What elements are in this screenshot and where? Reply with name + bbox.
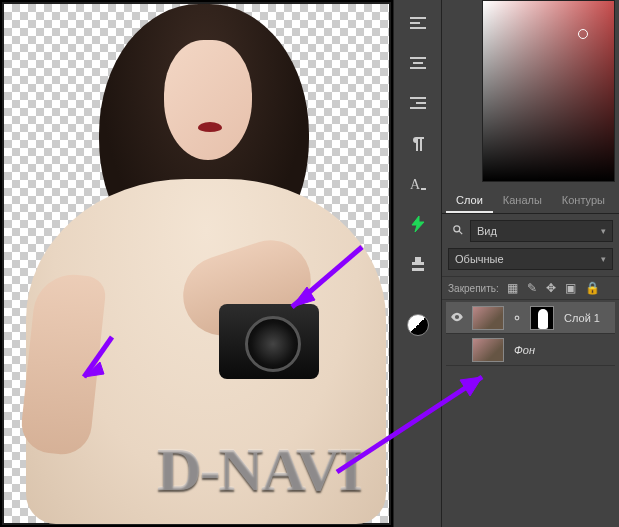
canvas-area[interactable]: D-NAVI <box>0 0 393 527</box>
layer-filter-label: Вид <box>477 225 497 237</box>
paragraph-icon[interactable] <box>401 128 435 160</box>
color-marker[interactable] <box>578 29 588 39</box>
tab-channels[interactable]: Каналы <box>493 188 552 213</box>
stamp-icon[interactable] <box>401 248 435 280</box>
lock-artboard-icon[interactable]: ▣ <box>565 281 576 295</box>
layer-filter-select[interactable]: Вид ▾ <box>470 220 613 242</box>
layer-mask-thumbnail[interactable] <box>530 306 554 330</box>
lock-all-icon[interactable]: 🔒 <box>585 281 600 295</box>
layer-row[interactable]: Слой 1 <box>446 302 615 334</box>
annotation-arrow <box>72 332 122 392</box>
align-left-icon[interactable] <box>401 8 435 40</box>
lock-label: Закрепить: <box>448 283 499 294</box>
svg-text:A: A <box>410 177 421 192</box>
panel-tabs: Слои Каналы Контуры <box>442 188 619 214</box>
align-right-icon[interactable] <box>401 88 435 120</box>
layer-row[interactable]: Фон <box>446 334 615 366</box>
search-icon[interactable] <box>448 224 468 238</box>
annotation-arrow <box>332 372 492 482</box>
svg-point-18 <box>454 226 460 232</box>
flash-icon[interactable] <box>401 208 435 240</box>
chevron-down-icon: ▾ <box>601 254 606 264</box>
lock-transparency-icon[interactable]: ▦ <box>507 281 518 295</box>
svg-line-19 <box>459 231 462 234</box>
lock-move-icon[interactable]: ✥ <box>546 281 556 295</box>
visibility-eye-icon[interactable] <box>448 310 466 326</box>
tab-paths[interactable]: Контуры <box>552 188 615 213</box>
blend-mode-label: Обычные <box>455 253 504 265</box>
lock-brush-icon[interactable]: ✎ <box>527 281 537 295</box>
lock-row: Закрепить: ▦ ✎ ✥ ▣ 🔒 <box>442 276 619 300</box>
bw-circle-icon[interactable] <box>407 314 429 336</box>
character-icon[interactable]: A <box>401 168 435 200</box>
mask-link-icon[interactable] <box>510 311 524 325</box>
layer-name-label[interactable]: Фон <box>510 344 535 356</box>
color-picker[interactable] <box>482 0 615 182</box>
blend-mode-select[interactable]: Обычные ▾ <box>448 248 613 270</box>
layer-thumbnail[interactable] <box>472 306 504 330</box>
svg-line-4 <box>337 377 482 472</box>
svg-marker-17 <box>412 216 424 232</box>
watermark-text: D-NAVI <box>157 434 361 505</box>
chevron-down-icon: ▾ <box>601 226 606 236</box>
layer-thumbnail[interactable] <box>472 338 504 362</box>
align-center-icon[interactable] <box>401 48 435 80</box>
annotation-arrow <box>277 242 367 322</box>
layer-name-label[interactable]: Слой 1 <box>560 312 600 324</box>
tab-layers[interactable]: Слои <box>446 188 493 213</box>
